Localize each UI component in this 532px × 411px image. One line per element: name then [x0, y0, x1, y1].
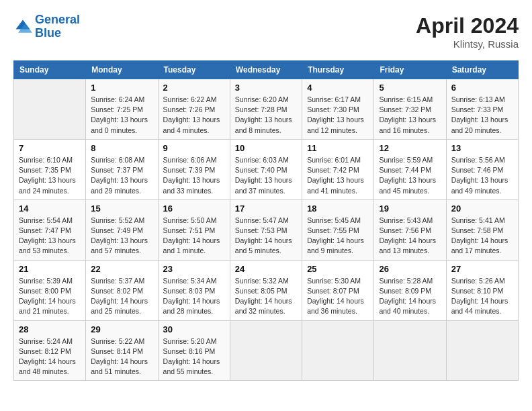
calendar-cell: 7Sunrise: 6:10 AMSunset: 7:35 PMDaylight…	[14, 139, 86, 199]
calendar-cell: 30Sunrise: 5:20 AMSunset: 8:16 PMDayligh…	[158, 320, 230, 381]
day-number: 26	[379, 264, 441, 274]
day-info: Sunrise: 5:24 AMSunset: 8:12 PMDaylight:…	[19, 336, 81, 377]
calendar-cell	[302, 320, 374, 381]
day-info: Sunrise: 5:41 AMSunset: 7:58 PMDaylight:…	[451, 216, 513, 257]
day-info: Sunrise: 6:13 AMSunset: 7:33 PMDaylight:…	[451, 95, 513, 136]
day-info: Sunrise: 6:20 AMSunset: 7:28 PMDaylight:…	[235, 95, 297, 136]
header-cell: Friday	[374, 61, 446, 79]
day-number: 27	[451, 264, 513, 274]
calendar-cell: 13Sunrise: 5:56 AMSunset: 7:46 PMDayligh…	[446, 139, 518, 199]
day-number: 29	[91, 324, 152, 334]
logo-icon	[13, 17, 32, 36]
calendar-cell: 3Sunrise: 6:20 AMSunset: 7:28 PMDaylight…	[230, 79, 302, 140]
day-number: 5	[379, 83, 441, 93]
calendar-cell: 26Sunrise: 5:28 AMSunset: 8:09 PMDayligh…	[374, 260, 446, 320]
calendar-week-row: 7Sunrise: 6:10 AMSunset: 7:35 PMDaylight…	[14, 139, 519, 199]
day-number: 6	[451, 83, 513, 93]
day-info: Sunrise: 5:28 AMSunset: 8:09 PMDaylight:…	[379, 276, 441, 317]
calendar-cell: 19Sunrise: 5:43 AMSunset: 7:56 PMDayligh…	[374, 199, 446, 260]
calendar-cell	[374, 320, 446, 381]
calendar-cell: 29Sunrise: 5:22 AMSunset: 8:14 PMDayligh…	[86, 320, 158, 381]
calendar-cell: 23Sunrise: 5:34 AMSunset: 8:03 PMDayligh…	[158, 260, 230, 320]
day-info: Sunrise: 6:08 AMSunset: 7:37 PMDaylight:…	[91, 155, 152, 196]
day-info: Sunrise: 6:24 AMSunset: 7:25 PMDaylight:…	[91, 95, 152, 136]
calendar-week-row: 1Sunrise: 6:24 AMSunset: 7:25 PMDaylight…	[14, 79, 519, 140]
calendar-cell	[446, 320, 518, 381]
calendar-cell: 22Sunrise: 5:37 AMSunset: 8:02 PMDayligh…	[86, 260, 158, 320]
page-header: General Blue April 2024 Klintsy, Russia	[13, 13, 519, 50]
day-number: 15	[91, 203, 152, 214]
day-number: 11	[307, 143, 369, 153]
header-cell: Monday	[86, 61, 158, 79]
header-cell: Thursday	[302, 61, 374, 79]
title-block: April 2024 Klintsy, Russia	[416, 13, 519, 50]
calendar-cell: 15Sunrise: 5:52 AMSunset: 7:49 PMDayligh…	[86, 199, 158, 260]
day-number: 24	[235, 264, 297, 274]
day-info: Sunrise: 5:30 AMSunset: 8:07 PMDaylight:…	[307, 276, 369, 317]
calendar-cell: 21Sunrise: 5:39 AMSunset: 8:00 PMDayligh…	[14, 260, 86, 320]
calendar-table: SundayMondayTuesdayWednesdayThursdayFrid…	[13, 60, 519, 381]
day-info: Sunrise: 5:26 AMSunset: 8:10 PMDaylight:…	[451, 276, 513, 317]
calendar-cell: 17Sunrise: 5:47 AMSunset: 7:53 PMDayligh…	[230, 199, 302, 260]
day-number: 10	[235, 143, 297, 153]
day-info: Sunrise: 5:54 AMSunset: 7:47 PMDaylight:…	[19, 216, 81, 257]
calendar-week-row: 28Sunrise: 5:24 AMSunset: 8:12 PMDayligh…	[14, 320, 519, 381]
day-info: Sunrise: 5:45 AMSunset: 7:55 PMDaylight:…	[307, 216, 369, 257]
calendar-cell: 10Sunrise: 6:03 AMSunset: 7:40 PMDayligh…	[230, 139, 302, 199]
day-info: Sunrise: 5:59 AMSunset: 7:44 PMDaylight:…	[379, 155, 441, 196]
day-info: Sunrise: 6:15 AMSunset: 7:32 PMDaylight:…	[379, 95, 441, 136]
day-number: 3	[235, 83, 297, 93]
day-number: 17	[235, 203, 297, 214]
calendar-cell: 6Sunrise: 6:13 AMSunset: 7:33 PMDaylight…	[446, 79, 518, 140]
day-number: 21	[19, 264, 81, 274]
calendar-cell: 20Sunrise: 5:41 AMSunset: 7:58 PMDayligh…	[446, 199, 518, 260]
day-number: 1	[91, 83, 152, 93]
calendar-cell: 16Sunrise: 5:50 AMSunset: 7:51 PMDayligh…	[158, 199, 230, 260]
day-number: 23	[163, 264, 225, 274]
day-info: Sunrise: 5:56 AMSunset: 7:46 PMDaylight:…	[451, 155, 513, 196]
calendar-cell: 11Sunrise: 6:01 AMSunset: 7:42 PMDayligh…	[302, 139, 374, 199]
calendar-week-row: 21Sunrise: 5:39 AMSunset: 8:00 PMDayligh…	[14, 260, 519, 320]
day-info: Sunrise: 5:20 AMSunset: 8:16 PMDaylight:…	[163, 336, 225, 377]
calendar-cell: 1Sunrise: 6:24 AMSunset: 7:25 PMDaylight…	[86, 79, 158, 140]
calendar-cell: 5Sunrise: 6:15 AMSunset: 7:32 PMDaylight…	[374, 79, 446, 140]
calendar-cell: 18Sunrise: 5:45 AMSunset: 7:55 PMDayligh…	[302, 199, 374, 260]
day-number: 2	[163, 83, 225, 93]
day-info: Sunrise: 6:22 AMSunset: 7:26 PMDaylight:…	[163, 95, 225, 136]
day-info: Sunrise: 6:06 AMSunset: 7:39 PMDaylight:…	[163, 155, 225, 196]
day-number: 4	[307, 83, 369, 93]
day-number: 18	[307, 203, 369, 214]
logo-line1: General	[35, 13, 80, 26]
day-number: 9	[163, 143, 225, 153]
calendar-week-row: 14Sunrise: 5:54 AMSunset: 7:47 PMDayligh…	[14, 199, 519, 260]
day-number: 22	[91, 264, 152, 274]
day-number: 20	[451, 203, 513, 214]
day-info: Sunrise: 5:39 AMSunset: 8:00 PMDaylight:…	[19, 276, 81, 317]
header-cell: Wednesday	[230, 61, 302, 79]
day-number: 13	[451, 143, 513, 153]
day-number: 28	[19, 324, 81, 334]
day-info: Sunrise: 6:01 AMSunset: 7:42 PMDaylight:…	[307, 155, 369, 196]
calendar-cell: 12Sunrise: 5:59 AMSunset: 7:44 PMDayligh…	[374, 139, 446, 199]
day-number: 14	[19, 203, 81, 214]
day-info: Sunrise: 5:37 AMSunset: 8:02 PMDaylight:…	[91, 276, 152, 317]
day-number: 16	[163, 203, 225, 214]
day-info: Sunrise: 5:52 AMSunset: 7:49 PMDaylight:…	[91, 216, 152, 257]
day-number: 8	[91, 143, 152, 153]
day-number: 19	[379, 203, 441, 214]
day-info: Sunrise: 6:17 AMSunset: 7:30 PMDaylight:…	[307, 95, 369, 136]
calendar-cell: 25Sunrise: 5:30 AMSunset: 8:07 PMDayligh…	[302, 260, 374, 320]
calendar-cell: 8Sunrise: 6:08 AMSunset: 7:37 PMDaylight…	[86, 139, 158, 199]
calendar-cell: 9Sunrise: 6:06 AMSunset: 7:39 PMDaylight…	[158, 139, 230, 199]
day-info: Sunrise: 5:22 AMSunset: 8:14 PMDaylight:…	[91, 336, 152, 377]
calendar-cell: 4Sunrise: 6:17 AMSunset: 7:30 PMDaylight…	[302, 79, 374, 140]
header-cell: Tuesday	[158, 61, 230, 79]
header-cell: Saturday	[446, 61, 518, 79]
day-info: Sunrise: 5:43 AMSunset: 7:56 PMDaylight:…	[379, 216, 441, 257]
header-row: SundayMondayTuesdayWednesdayThursdayFrid…	[14, 61, 519, 79]
day-info: Sunrise: 6:10 AMSunset: 7:35 PMDaylight:…	[19, 155, 81, 196]
day-number: 30	[163, 324, 225, 334]
day-number: 7	[19, 143, 81, 153]
header-cell: Sunday	[14, 61, 86, 79]
calendar-cell: 28Sunrise: 5:24 AMSunset: 8:12 PMDayligh…	[14, 320, 86, 381]
